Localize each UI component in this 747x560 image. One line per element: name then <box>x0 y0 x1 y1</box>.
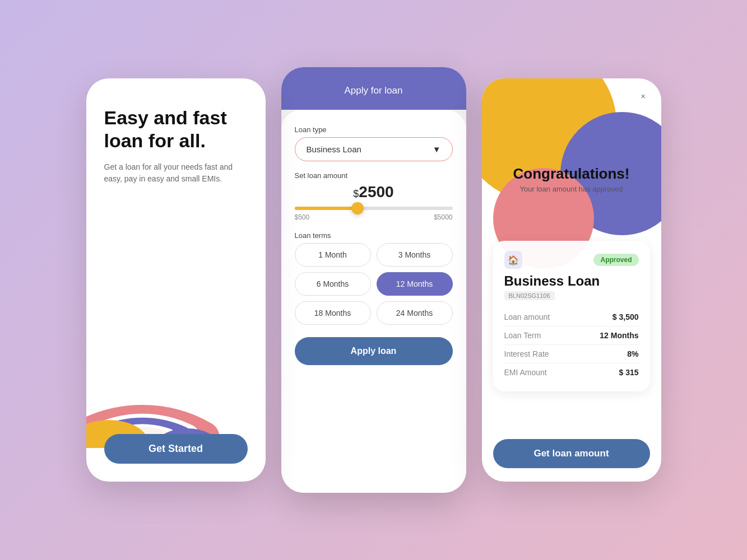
get-started-button[interactable]: Get Started <box>104 434 248 464</box>
loan-type-select[interactable]: Business Loan ▼ <box>295 137 453 161</box>
loan-card-id: BLN02SG1106 <box>504 291 555 300</box>
screen1: Easy and fast loan for all. Get a loan f… <box>86 78 266 482</box>
close-icon: × <box>641 92 645 101</box>
amount-symbol: $ <box>353 188 359 199</box>
screens-container: Easy and fast loan for all. Get a loan f… <box>86 67 661 493</box>
congrats-title: Congratulations! <box>493 165 650 183</box>
loan-term-label: Loan Term <box>504 331 541 340</box>
loan-card: 🏠 Approved Business Loan BLN02SG1106 Loa… <box>493 241 650 391</box>
interest-rate-value: 8% <box>627 349 638 358</box>
approved-badge: Approved <box>593 254 638 266</box>
term-24-months[interactable]: 24 Months <box>377 301 453 325</box>
screen1-title: Easy and fast loan for all. <box>104 106 248 152</box>
slider-min: $500 <box>295 213 310 221</box>
screen2-body: Loan type Business Loan ▼ Set loan amoun… <box>281 110 466 493</box>
slider-thumb[interactable] <box>351 202 364 214</box>
loan-terms-section: Loan terms 1 Month 3 Months 6 Months 12 … <box>295 231 453 325</box>
loan-terms-label: Loan terms <box>295 231 453 240</box>
emi-amount-row: EMI Amount $ 315 <box>504 363 639 381</box>
amount-value: 2500 <box>359 183 393 200</box>
emi-amount-label: EMI Amount <box>504 368 547 377</box>
loan-details: Loan amount $ 3,500 Loan Term 12 Months … <box>504 308 639 381</box>
loan-amount-value: $ 3,500 <box>613 312 639 321</box>
loan-card-top: 🏠 Approved <box>504 251 639 269</box>
loan-amount-slider[interactable] <box>295 207 453 210</box>
apply-loan-title: Apply for loan <box>345 85 403 96</box>
screen2-header: Apply for loan <box>281 67 466 110</box>
term-12-months[interactable]: 12 Months <box>377 272 453 296</box>
loan-term-row: Loan Term 12 Months <box>504 326 639 345</box>
interest-rate-row: Interest Rate 8% <box>504 345 639 363</box>
screen1-subtitle: Get a loan for all your needs fast and e… <box>104 161 248 185</box>
loan-icon: 🏠 <box>504 251 522 269</box>
apply-loan-button[interactable]: Apply loan <box>295 337 453 365</box>
loan-amount-display: $2500 <box>295 183 453 201</box>
loan-type-label: Loan type <box>295 125 453 134</box>
congrats-section: Congratulations! Your loan amount has ap… <box>482 165 661 193</box>
term-18-months[interactable]: 18 Months <box>295 301 371 325</box>
loan-amount-row: Loan amount $ 3,500 <box>504 308 639 326</box>
term-1-month[interactable]: 1 Month <box>295 243 371 267</box>
screen2: Apply for loan Loan type Business Loan ▼… <box>281 67 466 493</box>
loan-terms-grid: 1 Month 3 Months 6 Months 12 Months 18 M… <box>295 243 453 325</box>
loan-amount-label: Loan amount <box>504 312 550 321</box>
loan-term-value: 12 Months <box>600 331 638 340</box>
term-3-months[interactable]: 3 Months <box>377 243 453 267</box>
slider-labels: $500 $5000 <box>295 213 453 221</box>
interest-rate-label: Interest Rate <box>504 349 549 358</box>
loan-card-name: Business Loan <box>504 273 639 289</box>
set-amount-label: Set loan amount <box>295 171 453 180</box>
get-loan-amount-button[interactable]: Get loan amount <box>493 439 650 468</box>
screen3: × Congratulations! Your loan amount has … <box>482 78 661 482</box>
slider-fill <box>295 207 358 210</box>
loan-amount-section: Set loan amount $2500 $500 $5000 <box>295 171 453 221</box>
slider-max: $5000 <box>434 213 452 221</box>
loan-icon-symbol: 🏠 <box>508 255 519 265</box>
loan-type-section: Loan type Business Loan ▼ <box>295 125 453 161</box>
rainbow-decoration <box>86 258 254 448</box>
slider-track <box>295 207 453 210</box>
term-6-months[interactable]: 6 Months <box>295 272 371 296</box>
close-button[interactable]: × <box>634 87 652 105</box>
chevron-down-icon: ▼ <box>433 144 441 154</box>
emi-amount-value: $ 315 <box>619 368 638 377</box>
loan-type-value: Business Loan <box>307 144 361 154</box>
congrats-subtitle: Your loan amount has approved <box>493 185 650 193</box>
